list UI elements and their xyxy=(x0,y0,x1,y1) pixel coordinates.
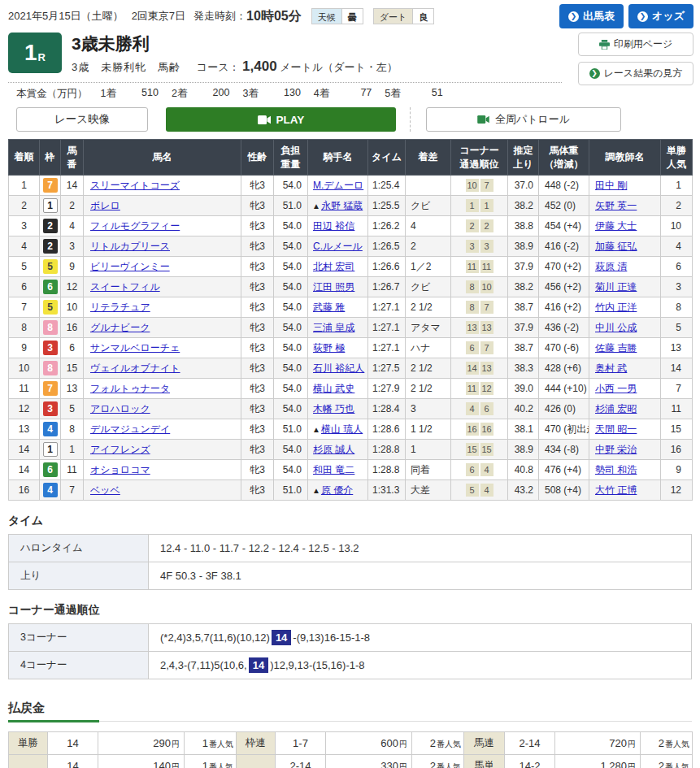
finish-position: 14 xyxy=(9,440,40,460)
horse-name-link[interactable]: リトルカプリース xyxy=(90,241,170,252)
margin xyxy=(406,176,451,196)
jockey-link[interactable]: 三浦 皇成 xyxy=(313,322,354,333)
horse-name-link[interactable]: アロハロック xyxy=(90,403,150,414)
last-up-value: 4F 50.3 - 3F 38.1 xyxy=(149,562,692,590)
carried-weight: 54.0 xyxy=(274,338,308,358)
trainer-link[interactable]: 菊川 正達 xyxy=(595,281,637,293)
trainer-link[interactable]: 萩原 清 xyxy=(595,261,627,272)
jockey-link[interactable]: 荻野 極 xyxy=(313,342,345,354)
horse-name-link[interactable]: フィルモグラフィー xyxy=(90,220,180,232)
payout-amount: 600円 xyxy=(326,732,412,755)
sex-age: 牝3 xyxy=(241,480,274,501)
margin: 2 1/2 xyxy=(406,379,451,399)
print-page-button[interactable]: 印刷用ページ xyxy=(578,33,693,56)
corner3-position: 11 xyxy=(466,382,479,395)
horse-name-link[interactable]: フォルトゥナータ xyxy=(90,383,170,394)
horse-name-link[interactable]: ビリーヴインミー xyxy=(90,261,170,272)
trainer-link[interactable]: 竹内 正洋 xyxy=(595,302,637,313)
horse-body-weight: 416 (+2) xyxy=(539,297,589,318)
payout-popularity: 2番人気 xyxy=(412,755,464,768)
prize-item: 2着 200 xyxy=(159,87,229,101)
trainer-link[interactable]: 田中 剛 xyxy=(595,180,627,191)
trainer-link[interactable]: 中川 公成 xyxy=(595,322,637,333)
jockey-link[interactable]: 木幡 巧也 xyxy=(313,403,354,414)
horse-name-link[interactable]: ベッベ xyxy=(90,484,120,496)
jockey-link[interactable]: 田辺 裕信 xyxy=(313,220,354,232)
horse-name-link[interactable]: グルナビーク xyxy=(90,322,150,333)
finish-time: 1:28.4 xyxy=(368,399,406,419)
horse-body-weight: 470 (-6) xyxy=(539,338,589,358)
result-guide-button[interactable]: ❯ レース結果の見方 xyxy=(578,62,693,85)
horse-name-link[interactable]: アイフレンズ xyxy=(90,444,150,455)
jockey-link[interactable]: 北村 宏司 xyxy=(313,261,354,272)
frame-number-badge: 2 xyxy=(43,239,58,254)
corner-positions: 22 xyxy=(451,216,508,236)
trainer-link[interactable]: 勢司 和浩 xyxy=(595,464,637,475)
horse-name-link[interactable]: オショロコマ xyxy=(90,464,150,475)
horse-name-link[interactable]: スリーマイトコーズ xyxy=(90,180,180,191)
trainer-link[interactable]: 杉浦 宏昭 xyxy=(595,403,637,414)
horse-name-link[interactable]: サンマルベローチェ xyxy=(90,342,180,354)
trainer-link[interactable]: 伊藤 大士 xyxy=(595,220,637,232)
odds-button[interactable]: ❯ オッズ xyxy=(628,4,693,28)
horse-number: 12 xyxy=(61,277,84,297)
jockey-link[interactable]: C.ルメール xyxy=(313,241,363,252)
trainer-link[interactable]: 加藤 征弘 xyxy=(595,241,637,252)
horse-name-link[interactable]: ヴェイルオブナイト xyxy=(90,362,180,374)
corner3-label: 3コーナー xyxy=(9,624,149,652)
horse-number: 16 xyxy=(61,318,84,338)
jockey-link[interactable]: 永野 猛蔵 xyxy=(321,200,363,211)
trainer-link[interactable]: 大竹 正博 xyxy=(595,484,637,496)
finish-position: 7 xyxy=(9,297,40,318)
last-3f-time: 39.0 xyxy=(508,379,539,399)
jockey-link[interactable]: 横山 武史 xyxy=(313,383,354,394)
corner3-position: 6 xyxy=(466,341,479,354)
horse-name-link[interactable]: ボレロ xyxy=(90,200,120,211)
sex-age: 牝3 xyxy=(241,196,274,216)
jockey-link[interactable]: 石川 裕紀人 xyxy=(313,362,364,374)
finish-time: 1:27.9 xyxy=(368,379,406,399)
finish-time: 1:28.8 xyxy=(368,460,406,480)
payout-type-label: 馬連 xyxy=(464,732,505,755)
horse-name-link[interactable]: デルマジュンデイ xyxy=(90,423,170,435)
sex-age: 牝3 xyxy=(241,257,274,277)
jockey-link[interactable]: 武藤 雅 xyxy=(313,302,345,313)
trainer-link[interactable]: 矢野 英一 xyxy=(595,200,637,211)
entries-button[interactable]: ❯ 出馬表 xyxy=(559,4,624,28)
horse-name-link[interactable]: スイートフィル xyxy=(90,281,160,293)
trainer-link[interactable]: 奥村 武 xyxy=(595,362,627,374)
corner3-position: 2 xyxy=(466,219,479,232)
payout-amount: 330円 xyxy=(326,755,412,768)
trainer-link[interactable]: 佐藤 吉勝 xyxy=(595,342,637,354)
corner3-position: 5 xyxy=(466,484,479,497)
jockey-link[interactable]: 横山 琉人 xyxy=(321,423,363,435)
corner4-position: 12 xyxy=(480,382,493,395)
horse-name-link[interactable]: リテラチュア xyxy=(90,302,150,313)
jockey-link[interactable]: 江田 照男 xyxy=(313,281,354,293)
jockey-link[interactable]: M.デムーロ xyxy=(313,180,363,191)
corner-positions: 67 xyxy=(451,338,508,358)
jockey-link[interactable]: 和田 竜二 xyxy=(313,464,354,475)
result-row: 16 4 7 ベッベ 牝3 51.0 ▲原 優介 1:31.3 大差 54 43… xyxy=(9,480,693,501)
corner3-position: 6 xyxy=(466,463,479,476)
chevron-circle-icon: ❯ xyxy=(568,11,579,22)
apprentice-mark: ▲ xyxy=(312,202,320,210)
corner4-position: 7 xyxy=(480,301,493,314)
finish-time: 1:26.7 xyxy=(368,277,406,297)
corner4-position: 11 xyxy=(480,260,493,273)
corner-positions: 810 xyxy=(451,277,508,297)
trainer-link[interactable]: 中野 栄治 xyxy=(595,444,637,455)
result-row: 6 6 12 スイートフィル 牝3 54.0 江田 照男 1:26.7 クビ 8… xyxy=(9,277,693,297)
win-popularity: 11 xyxy=(661,399,693,419)
finish-position: 6 xyxy=(9,277,40,297)
horse-number: 11 xyxy=(61,460,84,480)
jockey-link[interactable]: 杉原 誠人 xyxy=(313,444,354,455)
finish-position: 3 xyxy=(9,216,40,236)
last-3f-time: 38.2 xyxy=(508,277,539,297)
patrol-video-button[interactable]: 全周パトロール xyxy=(426,107,621,132)
play-button[interactable]: PLAY xyxy=(166,107,396,132)
trainer-link[interactable]: 天間 昭一 xyxy=(595,423,637,435)
jockey-link[interactable]: 原 優介 xyxy=(321,484,353,496)
corner4-position: 4 xyxy=(480,484,493,497)
trainer-link[interactable]: 小西 一男 xyxy=(595,383,637,394)
